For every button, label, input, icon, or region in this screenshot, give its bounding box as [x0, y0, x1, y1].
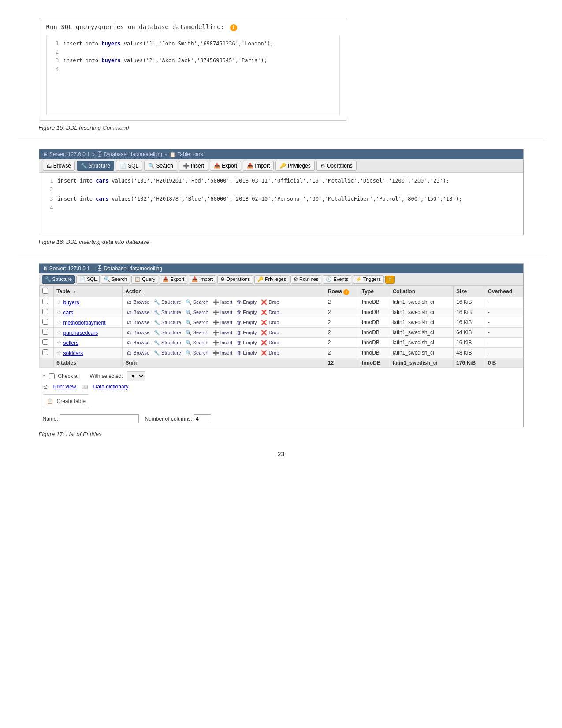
nav-browse-fig16[interactable]: 🗂 Browse — [43, 161, 75, 171]
star-icon-4[interactable]: ☆ — [56, 340, 62, 346]
db-nav-routines[interactable]: ⚙ Routines — [290, 275, 321, 284]
row-select-2[interactable] — [42, 319, 48, 325]
row-table-link-1[interactable]: cars — [63, 310, 73, 316]
db-nav-privileges[interactable]: 🔑 Privileges — [254, 275, 289, 284]
th-rows[interactable]: Rows i — [325, 286, 359, 297]
action-structure-1[interactable]: 🔧 Structure — [152, 309, 183, 316]
action-search-1[interactable]: 🔍 Search — [184, 309, 210, 316]
row-table-link-4[interactable]: sellers — [63, 340, 78, 346]
action-drop-1[interactable]: ❌ Drop — [259, 309, 281, 316]
action-search-5[interactable]: 🔍 Search — [184, 350, 210, 356]
nav-export-fig16[interactable]: 📤 Export — [210, 161, 241, 171]
action-empty-5[interactable]: 🗑 Empty — [235, 350, 258, 356]
pma-sql-content-fig16[interactable]: 1 insert into cars values('101','H201920… — [39, 173, 523, 235]
action-structure-3[interactable]: 🔧 Structure — [152, 329, 183, 336]
db-nav-triggers[interactable]: ⚡ Triggers — [353, 275, 384, 284]
row-select-1[interactable] — [42, 309, 48, 314]
row-size-1: 16 KiB — [454, 307, 485, 317]
info-icon: i — [230, 24, 237, 31]
action-structure-2[interactable]: 🔧 Structure — [152, 319, 183, 326]
action-structure-4[interactable]: 🔧 Structure — [152, 340, 183, 346]
action-empty-1[interactable]: 🗑 Empty — [235, 309, 258, 315]
action-drop-5[interactable]: ❌ Drop — [259, 350, 281, 356]
action-search-2[interactable]: 🔍 Search — [184, 319, 210, 326]
action-browse-0[interactable]: 🗂 Browse — [125, 299, 151, 305]
row-select-4[interactable] — [42, 339, 48, 345]
row-select-5[interactable] — [42, 349, 48, 355]
row-collation-2: latin1_swedish_ci — [390, 317, 453, 328]
action-browse-3[interactable]: 🗂 Browse — [125, 329, 151, 336]
action-empty-3[interactable]: 🗑 Empty — [235, 329, 258, 336]
row-collation-3: latin1_swedish_ci — [390, 328, 453, 338]
action-structure-0[interactable]: 🔧 Structure — [152, 299, 183, 306]
nav-insert-fig16[interactable]: ➕ Insert — [179, 161, 208, 171]
action-insert-0[interactable]: ➕ Insert — [211, 299, 234, 306]
star-icon-1[interactable]: ☆ — [56, 309, 62, 316]
th-table[interactable]: Table ▲ — [54, 286, 123, 297]
nav-search-fig16[interactable]: 🔍 Search — [144, 161, 177, 171]
page-number: 23 — [18, 451, 544, 458]
db-nav-query[interactable]: 📋 Query — [131, 275, 158, 284]
table-row: ☆ cars 🗂 Browse 🔧 Structure 🔍 Search ➕ I… — [39, 307, 523, 317]
db-nav-sql[interactable]: 📄 SQL — [76, 275, 100, 284]
nav-operations-fig16[interactable]: ⚙ Operations — [316, 161, 357, 171]
action-browse-5[interactable]: 🗂 Browse — [125, 350, 151, 356]
row-collation-5: latin1_swedish_ci — [390, 348, 453, 358]
star-icon-3[interactable]: ☆ — [56, 329, 62, 336]
star-icon-5[interactable]: ☆ — [56, 350, 62, 356]
db-nav-events[interactable]: 🕐 Events — [323, 275, 351, 284]
action-search-3[interactable]: 🔍 Search — [184, 329, 210, 336]
row-table-link-0[interactable]: buyers — [63, 299, 79, 306]
check-all-checkbox-footer[interactable] — [49, 373, 55, 379]
nav-privileges-fig16[interactable]: 🔑 Privileges — [275, 161, 314, 171]
action-drop-2[interactable]: ❌ Drop — [259, 319, 281, 326]
sql-line-f16-3: 3 insert into cars values('102','H201878… — [45, 194, 518, 203]
row-table-link-3[interactable]: purchasedcars — [63, 330, 98, 336]
db-nav-structure[interactable]: 🔧 Structure — [42, 275, 75, 284]
action-insert-3[interactable]: ➕ Insert — [211, 329, 234, 336]
nav-import-fig16[interactable]: 📥 Import — [243, 161, 274, 171]
action-drop-0[interactable]: ❌ Drop — [259, 299, 281, 306]
with-selected-select[interactable]: ▼ — [127, 371, 145, 381]
print-view-link[interactable]: Print view — [53, 384, 76, 390]
action-empty-2[interactable]: 🗑 Empty — [235, 319, 258, 325]
select-all-checkbox[interactable] — [42, 288, 48, 294]
action-insert-1[interactable]: ➕ Insert — [211, 309, 234, 316]
table-name-input[interactable] — [60, 414, 139, 423]
action-browse-2[interactable]: 🗂 Browse — [125, 319, 151, 325]
action-drop-4[interactable]: ❌ Drop — [259, 340, 281, 346]
db-nav-export[interactable]: 📤 Export — [160, 275, 187, 284]
db-nav-search[interactable]: 🔍 Search — [101, 275, 130, 284]
sql-editor-code-fig15[interactable]: 1 insert into buyers values('1','John Sm… — [46, 36, 340, 115]
print-row: 🖨 Print view 📖 Data dictionary — [43, 384, 520, 390]
row-rows-2: 2 — [325, 317, 359, 328]
star-icon-2[interactable]: ☆ — [56, 319, 62, 326]
db-nav-t[interactable]: T — [385, 276, 395, 284]
row-table-link-5[interactable]: soldcars — [63, 350, 83, 356]
nav-sql-fig16[interactable]: 📄 SQL — [116, 161, 142, 171]
db-nav-operations[interactable]: ⚙ Operations — [217, 275, 253, 284]
row-table-link-2[interactable]: methodofpayment — [63, 320, 105, 326]
action-browse-1[interactable]: 🗂 Browse — [125, 309, 151, 315]
action-empty-0[interactable]: 🗑 Empty — [235, 299, 258, 305]
nav-structure-fig16[interactable]: 🔧 Structure — [77, 161, 114, 171]
action-structure-5[interactable]: 🔧 Structure — [152, 350, 183, 356]
row-size-5: 48 KiB — [454, 348, 485, 358]
th-checkbox — [39, 286, 54, 297]
action-search-0[interactable]: 🔍 Search — [184, 299, 210, 306]
action-insert-2[interactable]: ➕ Insert — [211, 319, 234, 326]
db-nav-import[interactable]: 📥 Import — [189, 275, 216, 284]
row-rows-5: 2 — [325, 348, 359, 358]
row-select-0[interactable] — [42, 299, 48, 304]
num-cols-input[interactable] — [194, 414, 211, 423]
data-dictionary-link[interactable]: Data dictionary — [93, 384, 129, 390]
action-drop-3[interactable]: ❌ Drop — [259, 329, 281, 336]
action-insert-5[interactable]: ➕ Insert — [211, 350, 234, 356]
row-select-3[interactable] — [42, 329, 48, 335]
rows-info-icon[interactable]: i — [343, 289, 349, 295]
action-empty-4[interactable]: 🗑 Empty — [235, 340, 258, 346]
star-icon-0[interactable]: ☆ — [56, 299, 62, 306]
action-insert-4[interactable]: ➕ Insert — [211, 340, 234, 346]
action-search-4[interactable]: 🔍 Search — [184, 340, 210, 346]
action-browse-4[interactable]: 🗂 Browse — [125, 340, 151, 346]
